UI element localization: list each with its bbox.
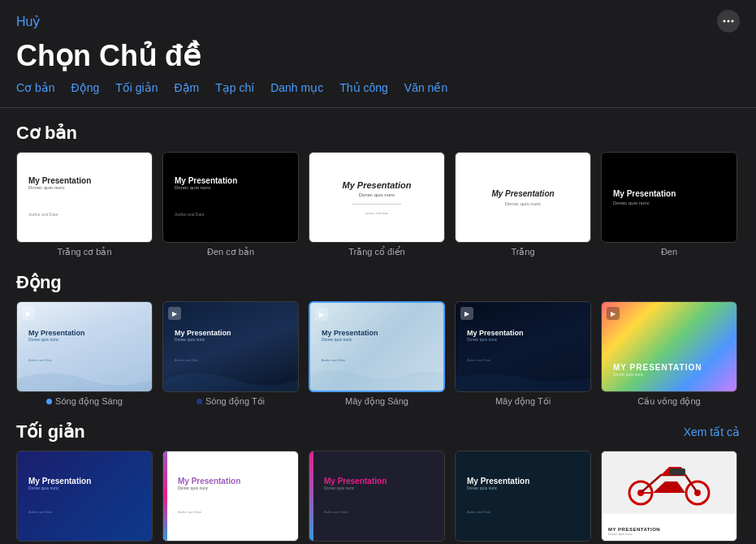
template-dai-mau-1[interactable]: My Presentation Donec quis nunc Author a… xyxy=(309,451,445,544)
svg-point-1 xyxy=(728,20,730,23)
template-may-dong-sang[interactable]: ▶ My Presentation Donec quis nunc Author… xyxy=(309,301,445,407)
section-co-ban-title: Cơ bản xyxy=(16,123,77,144)
section-toi-gian-title: Tối giản xyxy=(16,421,85,443)
template-cau-vong-dong[interactable]: ▶ MY PRESENTATION Donec quis nunc Cầu vồ… xyxy=(601,301,737,407)
toi-gian-see-all-button[interactable]: Xem tất cả xyxy=(684,425,740,438)
category-thu-cong[interactable]: Thủ công xyxy=(339,81,388,94)
template-label: Sóng động Sáng xyxy=(16,396,153,407)
category-dong[interactable]: Động xyxy=(71,81,100,94)
template-song-dong-toi[interactable]: ▶ My Presentation Donec quis nunc Author… xyxy=(162,301,299,407)
template-song-dong-sang[interactable]: ▶ My Presentation Donec quis nunc Author… xyxy=(16,301,153,407)
svg-point-0 xyxy=(724,20,726,23)
template-mau-co-ban[interactable]: My Presentation Donec quis nunc Author a… xyxy=(16,451,153,544)
play-icon: ▶ xyxy=(607,307,620,320)
header: Huỷ xyxy=(0,0,756,32)
category-nav: Cơ bản Động Tối giản Đậm Tạp chí Danh mụ… xyxy=(0,81,756,108)
template-label: Cầu vồng động xyxy=(601,396,737,407)
template-den[interactable]: My Presentation Donec quis nunc Đen xyxy=(601,152,737,257)
template-dai-mau-sang[interactable]: My Presentation Donec quis nunc Author a… xyxy=(162,451,299,544)
more-button[interactable] xyxy=(717,10,740,32)
page-title: Chọn Chủ đề xyxy=(0,32,756,81)
play-icon: ▶ xyxy=(22,307,35,320)
template-trang[interactable]: My Presentation Donec quis nunc Trắng xyxy=(455,152,591,257)
play-icon: ▶ xyxy=(168,307,181,320)
template-dai-mau-2[interactable]: My Presentation Donec quis nunc Author a… xyxy=(455,451,591,544)
template-label: Mây động Sáng xyxy=(309,396,445,407)
category-danh-muc[interactable]: Danh mục xyxy=(270,81,323,94)
template-may-dong-toi[interactable]: ▶ My Presentation Donec quis nunc Author… xyxy=(455,301,591,407)
category-tap-chi[interactable]: Tạp chí xyxy=(215,81,254,94)
main-content: Cơ bản My Presentation Donec quis nunc A… xyxy=(0,108,756,544)
template-trang-co-dien[interactable]: My Presentation Donec quis nunc author a… xyxy=(309,152,445,257)
play-icon: ▶ xyxy=(460,307,473,320)
co-ban-grid: My Presentation Donec quis nunc Author a… xyxy=(16,152,740,257)
template-label: Trắng xyxy=(455,247,591,257)
svg-rect-7 xyxy=(669,468,685,475)
dong-grid: ▶ My Presentation Donec quis nunc Author… xyxy=(16,301,740,407)
section-co-ban-header: Cơ bản xyxy=(16,123,740,144)
template-label: Trắng cổ điển xyxy=(309,247,445,257)
toi-gian-grid: My Presentation Donec quis nunc Author a… xyxy=(16,451,740,544)
section-toi-gian-header: Tối giản Xem tất cả xyxy=(16,421,740,443)
template-trang-co-ban[interactable]: My Presentation Donec quis nunc Author a… xyxy=(16,152,153,257)
category-dam[interactable]: Đậm xyxy=(175,81,200,94)
category-van-nen[interactable]: Văn nền xyxy=(404,81,447,94)
section-dong-header: Động xyxy=(16,272,740,293)
svg-point-2 xyxy=(732,20,734,23)
template-phong-trung-bay[interactable]: MY PRESENTATION Donec quis nunc Phòng tr… xyxy=(601,451,737,544)
section-dong-title: Động xyxy=(16,272,62,293)
category-co-ban[interactable]: Cơ bản xyxy=(16,81,55,94)
template-label: Đen cơ bản xyxy=(162,247,299,257)
template-label: Trắng cơ bản xyxy=(16,247,153,257)
template-label: Mây động Tối xyxy=(455,396,591,407)
category-toi-gian[interactable]: Tối giản xyxy=(115,81,158,94)
template-label: Đen xyxy=(601,247,737,257)
template-den-co-ban[interactable]: My Presentation Donec quis nunc Author a… xyxy=(162,152,299,257)
template-label: Sóng động Tối xyxy=(162,396,299,407)
cancel-button[interactable]: Huỷ xyxy=(16,14,40,29)
play-icon: ▶ xyxy=(315,308,328,321)
